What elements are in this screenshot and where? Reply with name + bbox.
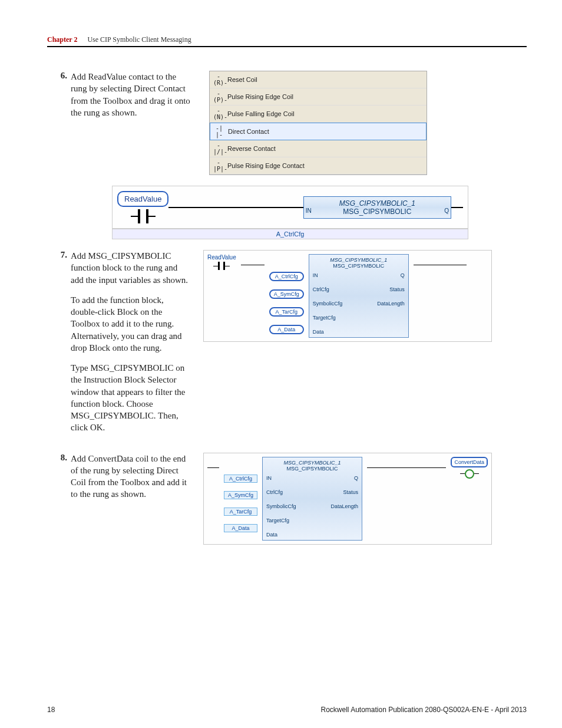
direct-contact-symbol — [138, 209, 148, 223]
page-header: Chapter 2 Use CIP Symbolic Client Messag… — [47, 35, 527, 44]
function-block: MSG_CIPSYMBOLIC_1 MSG_CIPSYMBOLIC IN Ctr… — [309, 254, 409, 338]
pulse-rising-contact-icon: -|P|- — [213, 159, 224, 172]
step-8-row: 8. Add ConvertData coil to the end of th… — [47, 453, 527, 545]
reset-coil-icon: -(R)- — [213, 73, 224, 86]
ctrlcfg-bar: A_CtrlCfg — [112, 229, 468, 239]
readvalue-tag: ReadValue — [117, 191, 168, 207]
chapter-title: Use CIP Symbolic Client Messaging — [87, 35, 191, 44]
step-7-figure: ReadValue A_CtrlCfg A_SymCfg A_TarCfg A_… — [197, 250, 527, 342]
step-7-number: 7. — [53, 250, 71, 260]
readvalue-label: ReadValue — [207, 254, 236, 261]
chapter-label: Chapter 2 — [47, 35, 77, 44]
function-block: MSG_CIPSYMBOLIC_1 MSG_CIPSYMBOLIC IN Ctr… — [262, 457, 362, 541]
msg-block: MSG_CIPSYMBOLIC_1 MSG_CIPSYMBOLIC IN Q — [303, 196, 451, 219]
step-6-row: 6. Add ReadValue contact to the rung by … — [47, 71, 527, 175]
contact-symbol — [218, 262, 225, 270]
publication-id: Rockwell Automation Publication 2080-QS0… — [320, 706, 527, 714]
reverse-contact-icon: -|/|- — [213, 142, 224, 155]
header-rule — [47, 46, 527, 47]
step-6-number: 6. — [53, 71, 71, 81]
input-vars: A_CtrlCfg A_SymCfg A_TarCfg A_Data — [269, 254, 304, 334]
page-footer: 18 Rockwell Automation Publication 2080-… — [47, 706, 527, 714]
step-6-figure: -(R)-Reset Coil -(P)-Pulse Rising Edge C… — [197, 71, 527, 175]
pulse-falling-coil-icon: -(N)- — [213, 107, 224, 120]
step-7-row: 7. Add MSG_CIPSYMBOLIC function block to… — [47, 250, 527, 442]
step-8-number: 8. — [53, 453, 71, 463]
step-7-text: Add MSG_CIPSYMBOLIC function block to th… — [71, 250, 197, 442]
step-8-figure: A_CtrlCfg A_SymCfg A_TarCfg A_Data MSG_C… — [197, 453, 527, 545]
step-8-text: Add ConvertData coil to the end of the r… — [71, 453, 197, 509]
direct-coil-icon — [465, 469, 474, 479]
toolbox-item[interactable]: -|/|-Reverse Contact — [210, 140, 427, 157]
direct-contact-icon: -| |- — [214, 125, 224, 138]
step-6-rung: ReadValue MSG_CIPSYMBOLIC_1 MSG_CIPSYMBO… — [112, 186, 527, 239]
toolbox-item-selected[interactable]: -| |-Direct Contact — [210, 123, 427, 140]
toolbox-item[interactable]: -(R)-Reset Coil — [210, 71, 427, 88]
toolbox-item[interactable]: -(P)-Pulse Rising Edge Coil — [210, 88, 427, 106]
page-number: 18 — [47, 706, 55, 714]
toolbox-panel: -(R)-Reset Coil -(P)-Pulse Rising Edge C… — [209, 71, 427, 175]
pulse-rising-coil-icon: -(P)- — [213, 90, 224, 103]
toolbox-item[interactable]: -(N)-Pulse Falling Edge Coil — [210, 106, 427, 123]
step-6-text: Add ReadValue contact to the rung by sel… — [71, 71, 197, 127]
convertdata-coil: ConvertData — [451, 457, 488, 479]
input-vars: A_CtrlCfg A_SymCfg A_TarCfg A_Data — [224, 457, 257, 532]
toolbox-item[interactable]: -|P|-Pulse Rising Edge Contact — [210, 157, 427, 174]
